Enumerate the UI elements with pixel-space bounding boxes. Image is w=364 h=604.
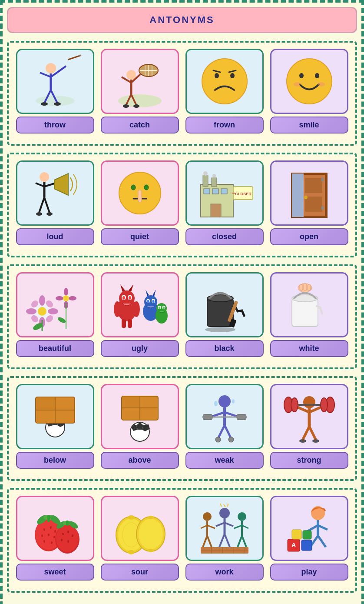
card-frown: frown (184, 49, 265, 133)
below-icon (25, 388, 86, 445)
svg-point-181 (61, 539, 63, 541)
svg-rect-125 (308, 284, 311, 290)
svg-line-37 (36, 183, 44, 187)
img-beautiful (16, 272, 94, 337)
svg-point-182 (67, 540, 69, 543)
svg-line-3 (40, 73, 51, 77)
svg-line-200 (219, 534, 225, 547)
svg-point-149 (303, 396, 315, 408)
page-title: ANTONYMS (149, 14, 215, 25)
label-white: white (270, 340, 348, 357)
svg-rect-231 (301, 540, 312, 551)
card-sour: sour (99, 496, 180, 581)
svg-line-198 (216, 523, 225, 526)
svg-point-179 (67, 531, 69, 533)
svg-point-108 (152, 300, 154, 303)
card-below: below (15, 384, 95, 469)
label-frown: frown (185, 117, 264, 133)
svg-rect-63 (305, 178, 322, 193)
svg-point-136 (218, 395, 231, 407)
svg-point-194 (148, 516, 154, 519)
svg-point-45 (131, 185, 136, 190)
svg-point-145 (215, 437, 221, 442)
svg-rect-100 (128, 319, 132, 328)
svg-point-95 (122, 296, 125, 300)
open-icon (279, 165, 340, 221)
svg-rect-54 (204, 189, 210, 194)
svg-point-195 (148, 549, 154, 552)
svg-line-139 (225, 412, 238, 417)
throw-icon (25, 53, 86, 110)
svg-line-159 (309, 427, 316, 440)
svg-line-210 (234, 525, 242, 528)
title-box: ANTONYMS (7, 7, 357, 33)
card-black: black (184, 272, 265, 357)
row-1: throw (13, 49, 351, 133)
img-quiet (101, 160, 179, 226)
svg-marker-104 (152, 290, 156, 296)
svg-rect-175 (47, 515, 50, 522)
card-strong: strong (269, 384, 349, 469)
card-work: work (184, 496, 265, 581)
play-icon: A (279, 500, 340, 557)
svg-rect-67 (321, 178, 324, 181)
svg-point-52 (203, 171, 208, 176)
card-throw: throw (15, 49, 95, 133)
svg-line-206 (203, 536, 207, 547)
svg-point-208 (238, 512, 246, 521)
svg-line-138 (212, 412, 225, 417)
outer-border: ANTONYMS (0, 0, 364, 604)
svg-line-213 (242, 536, 246, 547)
svg-point-46 (144, 185, 149, 190)
svg-rect-51 (212, 178, 217, 187)
strong-icon (279, 388, 340, 445)
svg-line-40 (39, 197, 44, 213)
svg-rect-66 (292, 174, 304, 217)
label-black: black (185, 340, 264, 357)
svg-point-65 (304, 196, 308, 199)
img-frown (185, 49, 264, 114)
card-beautiful: beautiful (15, 272, 95, 357)
svg-rect-123 (300, 284, 303, 290)
svg-rect-68 (321, 206, 324, 210)
svg-line-207 (207, 536, 212, 547)
beautiful-icon (25, 277, 86, 333)
img-ugly (101, 272, 179, 337)
label-closed: closed (185, 228, 264, 245)
img-play: A (270, 496, 348, 561)
svg-rect-48 (138, 190, 142, 202)
card-open: open (269, 160, 349, 245)
closed-icon: CLOSED (194, 165, 255, 221)
label-strong: strong (270, 452, 348, 469)
row-3: beautiful (13, 272, 351, 357)
svg-point-107 (147, 300, 149, 303)
catch-icon (109, 53, 170, 110)
svg-point-119 (205, 327, 235, 332)
svg-point-30 (287, 59, 332, 104)
img-strong (270, 384, 348, 449)
svg-point-27 (230, 73, 235, 78)
svg-line-212 (238, 536, 242, 547)
svg-point-155 (291, 398, 298, 412)
svg-rect-120 (292, 298, 318, 327)
img-black (185, 272, 264, 337)
svg-point-70 (39, 295, 45, 306)
svg-point-96 (129, 296, 131, 300)
svg-point-160 (299, 439, 306, 443)
label-weak: weak (185, 452, 264, 469)
svg-line-222 (220, 504, 222, 507)
svg-point-98 (133, 301, 140, 317)
svg-point-190 (128, 550, 135, 554)
sweet-icon (25, 500, 86, 557)
svg-marker-103 (146, 290, 149, 296)
card-play: A play (269, 496, 349, 581)
svg-point-26 (215, 73, 219, 78)
label-smile: smile (270, 117, 348, 133)
svg-point-33 (294, 82, 301, 87)
label-above: above (101, 452, 179, 469)
quiet-icon (109, 165, 170, 221)
label-quiet: quiet (101, 228, 179, 245)
label-throw: throw (16, 117, 94, 133)
black-icon (194, 277, 255, 333)
svg-point-23 (123, 104, 129, 108)
